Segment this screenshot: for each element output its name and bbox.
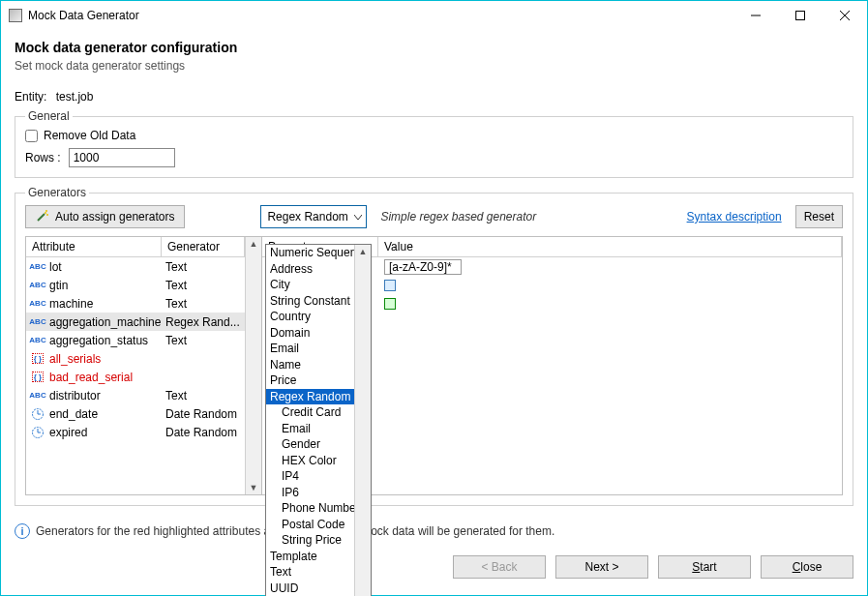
dropdown-item[interactable]: Address (266, 261, 354, 278)
generator-type-selected: Regex Random (267, 210, 347, 224)
dropdown-item[interactable]: City (266, 277, 354, 293)
dropdown-item[interactable]: HEX Color (266, 453, 354, 469)
text-type-icon: ABC (30, 391, 45, 400)
generator-column-header[interactable]: Generator (162, 237, 245, 256)
remove-old-data-label: Remove Old Data (44, 129, 135, 142)
attribute-name: aggregation_machine (49, 315, 161, 329)
window-close-button[interactable] (823, 1, 867, 30)
generators-group: Generators Auto assign generators Regex … (15, 186, 853, 506)
generators-split: Attribute Generator ABClotTextABCgtinTex… (25, 236, 843, 495)
table-row[interactable]: ABCaggregation_statusText (26, 331, 245, 349)
property-value-checkbox[interactable] (384, 280, 396, 291)
svg-point-4 (45, 212, 46, 214)
chevron-down-icon (354, 210, 362, 224)
clock-icon (30, 407, 45, 421)
window-minimize-button[interactable] (733, 1, 778, 30)
svg-point-6 (45, 210, 47, 212)
entity-row: Entity: test.job (15, 90, 853, 104)
scroll-up-icon: ▲ (359, 247, 368, 256)
table-row[interactable]: ABCaggregation_machineRegex Rand... (26, 313, 245, 331)
attribute-table-scrollbar[interactable]: ▲ ▼ (245, 237, 261, 494)
page-body: Entity: test.job General Remove Old Data… (1, 80, 867, 539)
dropdown-item[interactable]: Phone Number (266, 500, 354, 517)
remove-old-data-checkbox[interactable] (25, 130, 38, 142)
generator-type-select[interactable]: Regex Random (260, 205, 367, 228)
info-banner: i Generators for the red highlighted att… (15, 514, 853, 539)
json-type-icon: { } (30, 372, 45, 382)
auto-assign-button[interactable]: Auto assign generators (25, 205, 185, 228)
entity-value: test.job (56, 90, 94, 104)
window-maximize-button[interactable] (778, 1, 823, 30)
dropdown-item[interactable]: Price (266, 372, 354, 389)
dropdown-item[interactable]: Domain (266, 325, 354, 342)
dropdown-item[interactable]: IP4 (266, 468, 354, 485)
json-type-icon: { } (30, 353, 45, 364)
close-icon (840, 11, 850, 20)
dropdown-item[interactable]: String Price (266, 532, 354, 549)
attribute-column-header[interactable]: Attribute (26, 237, 162, 256)
table-row[interactable]: end_dateDate Random (26, 404, 245, 423)
page-title: Mock data generator configuration (15, 40, 853, 55)
attribute-name: bad_read_serial (49, 371, 133, 384)
dropdown-item[interactable]: Credit Card (266, 404, 354, 421)
table-row[interactable]: { }bad_read_serial (26, 368, 245, 386)
dropdown-item[interactable]: Postal Code (266, 517, 354, 533)
attribute-generator: Text (162, 389, 245, 402)
table-row[interactable]: ABCmachineText (26, 294, 245, 313)
window-title: Mock Data Generator (28, 9, 139, 22)
text-type-icon: ABC (30, 317, 45, 326)
titlebar: Mock Data Generator (1, 1, 867, 30)
attribute-generator: Text (162, 297, 245, 311)
table-row[interactable]: expiredDate Random (26, 423, 245, 441)
attribute-generator: Date Random (162, 407, 245, 421)
text-type-icon: ABC (30, 299, 45, 308)
dropdown-item[interactable]: Email (266, 421, 354, 437)
property-value-checkbox[interactable] (384, 298, 396, 310)
auto-assign-label: Auto assign generators (55, 210, 174, 224)
syntax-description-link[interactable]: Syntax description (687, 210, 782, 224)
dropdown-item[interactable]: IP6 (266, 485, 354, 501)
dropdown-scrollbar[interactable]: ▲ ▼ (354, 245, 371, 596)
attribute-name: expired (49, 426, 87, 439)
property-value-input[interactable]: [a-zA-Z0-9]* (384, 259, 462, 275)
dropdown-item[interactable]: Name (266, 357, 354, 373)
dropdown-item[interactable]: Country (266, 309, 354, 325)
page-subtitle: Set mock data generator settings (15, 59, 853, 73)
attribute-name: all_serials (49, 352, 101, 366)
dropdown-item[interactable]: Email (266, 341, 354, 357)
rows-input[interactable] (69, 148, 175, 167)
table-row[interactable]: ABCdistributorText (26, 386, 245, 404)
close-button[interactable]: Close (761, 555, 853, 579)
attribute-name: aggregation_status (49, 334, 148, 347)
table-row[interactable]: { }all_serials (26, 349, 245, 368)
generators-toolbar: Auto assign generators Regex Random Simp… (25, 205, 843, 228)
text-type-icon: ABC (30, 281, 45, 289)
scroll-up-icon: ▲ (250, 239, 258, 249)
dropdown-item[interactable]: Gender (266, 436, 354, 453)
dropdown-item[interactable]: String Constant (266, 293, 354, 310)
value-column-header[interactable]: Value (378, 237, 842, 256)
dropdown-item[interactable]: Template (266, 549, 354, 565)
attribute-generator: Date Random (162, 426, 245, 439)
start-button[interactable]: Start (658, 555, 751, 579)
attribute-table: Attribute Generator ABClotTextABCgtinTex… (25, 236, 262, 495)
reset-button[interactable]: Reset (795, 205, 843, 228)
dropdown-item[interactable]: Text (266, 564, 354, 581)
back-button[interactable]: < Back (453, 555, 546, 579)
entity-label: Entity: (15, 90, 46, 104)
next-button[interactable]: Next > (555, 555, 648, 579)
generator-description: Simple regex based generator (380, 210, 536, 224)
attribute-table-header: Attribute Generator (26, 237, 245, 257)
attribute-generator: Text (162, 279, 245, 292)
generator-type-dropdown[interactable]: Numeric SequenceAddressCityString Consta… (265, 244, 372, 596)
maximize-icon (795, 11, 805, 20)
dropdown-item[interactable]: Numeric Sequence (266, 245, 354, 261)
minimize-icon (751, 11, 761, 20)
dropdown-item[interactable]: Regex Random (266, 389, 354, 405)
attribute-name: gtin (49, 279, 68, 292)
attribute-generator: Text (162, 260, 245, 274)
attribute-name: end_date (49, 407, 98, 421)
table-row[interactable]: ABClotText (26, 257, 245, 276)
dropdown-item[interactable]: UUID (266, 581, 354, 597)
table-row[interactable]: ABCgtinText (26, 276, 245, 294)
